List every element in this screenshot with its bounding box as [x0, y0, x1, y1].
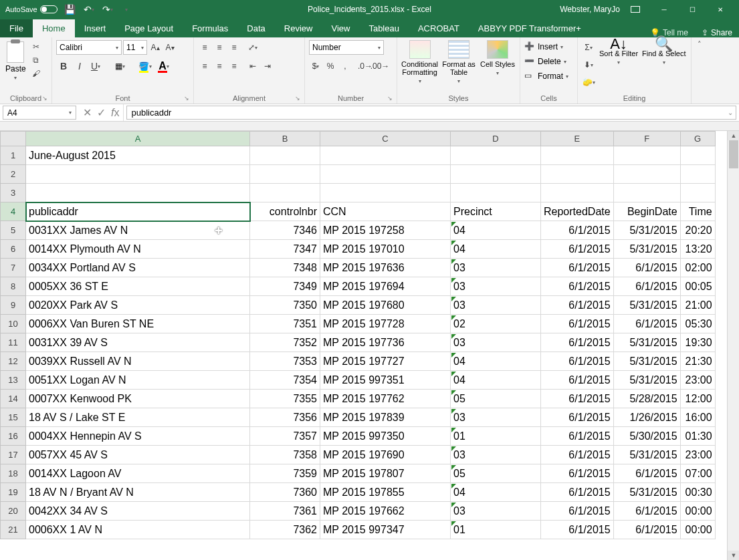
- tab-insert[interactable]: Insert: [75, 19, 116, 37]
- enter-formula-icon[interactable]: ✓: [97, 106, 106, 119]
- row-header[interactable]: 20: [1, 502, 26, 521]
- cell[interactable]: 5/31/2015: [613, 371, 680, 390]
- cell[interactable]: [613, 184, 680, 202]
- cell[interactable]: 7352: [250, 333, 320, 352]
- cell[interactable]: MP 2015 997350: [320, 427, 451, 446]
- row-header[interactable]: 4: [1, 202, 26, 221]
- column-header[interactable]: D: [451, 132, 541, 146]
- cell[interactable]: 02: [451, 315, 541, 333]
- cell[interactable]: CCN: [320, 202, 451, 221]
- cell[interactable]: 23:00: [680, 371, 715, 390]
- cell[interactable]: 04: [451, 483, 541, 502]
- number-format-select[interactable]: Number▾: [309, 40, 384, 55]
- cell[interactable]: 03: [451, 296, 541, 315]
- row-header[interactable]: 9: [1, 296, 26, 315]
- column-header[interactable]: C: [320, 132, 451, 146]
- cell[interactable]: 6/1/2015: [541, 315, 614, 333]
- redo-icon[interactable]: ↷▾: [102, 3, 114, 15]
- cell[interactable]: MP 2015 197636: [320, 259, 451, 277]
- fill-icon[interactable]: ⬇▾: [582, 57, 595, 72]
- cell[interactable]: 03: [451, 333, 541, 352]
- copy-icon[interactable]: ⧉: [30, 55, 42, 65]
- cell[interactable]: [451, 146, 541, 165]
- cell[interactable]: MP 2015 197855: [320, 483, 451, 502]
- fx-icon[interactable]: fx: [111, 107, 119, 119]
- cell-styles-button[interactable]: Cell Styles▾: [480, 40, 516, 86]
- fill-color-button[interactable]: 🪣▾: [136, 59, 154, 74]
- cell[interactable]: 0006XX 1 AV N: [26, 521, 250, 539]
- clear-icon[interactable]: 🧽▾: [582, 75, 595, 90]
- align-bottom-icon[interactable]: ≡: [227, 40, 241, 55]
- sort-filter-button[interactable]: A↓ Sort & Filter▾: [599, 40, 638, 90]
- cell[interactable]: [26, 184, 250, 202]
- undo-icon[interactable]: ↶▾: [83, 3, 95, 15]
- close-button[interactable]: ✕: [707, 0, 734, 19]
- cell[interactable]: 6/1/2015: [613, 315, 680, 333]
- cell[interactable]: BeginDate: [613, 202, 680, 221]
- insert-cells-button[interactable]: ➕Insert▾: [524, 40, 573, 53]
- cell[interactable]: 7351: [250, 315, 320, 333]
- cell[interactable]: 04: [451, 352, 541, 371]
- cell[interactable]: 18 AV N / Bryant AV N: [26, 483, 250, 502]
- cell[interactable]: 01: [451, 521, 541, 539]
- cell[interactable]: Precinct: [451, 202, 541, 221]
- row-header[interactable]: 6: [1, 240, 26, 259]
- cell[interactable]: [451, 165, 541, 184]
- cell[interactable]: [320, 146, 451, 165]
- cell[interactable]: 03: [451, 446, 541, 464]
- font-launcher-icon[interactable]: ↘: [184, 95, 189, 102]
- cell[interactable]: 20:20: [680, 221, 715, 240]
- row-header[interactable]: 21: [1, 521, 26, 539]
- cell[interactable]: 5/31/2015: [613, 352, 680, 371]
- cell[interactable]: [250, 146, 320, 165]
- align-right-icon[interactable]: ≡: [227, 59, 241, 74]
- cell[interactable]: Time: [680, 202, 715, 221]
- cell[interactable]: MP 2015 197694: [320, 277, 451, 296]
- cell[interactable]: 0004XX Hennepin AV S: [26, 427, 250, 446]
- cell[interactable]: 0034XX Portland AV S: [26, 259, 250, 277]
- cell[interactable]: 6/1/2015: [541, 240, 614, 259]
- cell[interactable]: 5/31/2015: [613, 483, 680, 502]
- cell[interactable]: 6/1/2015: [541, 408, 614, 427]
- cell[interactable]: 0006XX Van Buren ST NE: [26, 315, 250, 333]
- cell[interactable]: 0031XX James AV N✚: [26, 221, 250, 240]
- cell[interactable]: 5/28/2015: [613, 390, 680, 408]
- tab-view[interactable]: View: [322, 19, 359, 37]
- cell[interactable]: 7346: [250, 221, 320, 240]
- borders-button[interactable]: ▦▾: [110, 59, 130, 74]
- clipboard-launcher-icon[interactable]: ↘: [42, 95, 47, 102]
- cell[interactable]: 6/1/2015: [541, 502, 614, 521]
- cell[interactable]: 6/1/2015: [541, 464, 614, 483]
- cell[interactable]: MP 2015 997351: [320, 371, 451, 390]
- cell[interactable]: 0020XX Park AV S: [26, 296, 250, 315]
- cell[interactable]: 6/1/2015: [541, 521, 614, 539]
- cell[interactable]: [680, 165, 715, 184]
- cell[interactable]: 0007XX Kenwood PK: [26, 390, 250, 408]
- cell[interactable]: 5/30/2015: [613, 427, 680, 446]
- row-header[interactable]: 14: [1, 390, 26, 408]
- cell[interactable]: 7358: [250, 446, 320, 464]
- cell[interactable]: 6/1/2015: [541, 427, 614, 446]
- cell[interactable]: 7354: [250, 371, 320, 390]
- cell[interactable]: 00:05: [680, 277, 715, 296]
- cell[interactable]: 05:30: [680, 315, 715, 333]
- cell[interactable]: 03: [451, 277, 541, 296]
- cell[interactable]: 16:00: [680, 408, 715, 427]
- formula-input[interactable]: publicaddr⌄: [126, 106, 736, 120]
- cell[interactable]: 6/1/2015: [541, 333, 614, 352]
- row-header[interactable]: 18: [1, 464, 26, 483]
- paste-button[interactable]: Paste ▾: [4, 40, 27, 82]
- bold-button[interactable]: B: [56, 59, 71, 74]
- minimize-button[interactable]: ─: [651, 0, 677, 19]
- cell[interactable]: 6/1/2015: [541, 221, 614, 240]
- align-center-icon[interactable]: ≡: [213, 59, 226, 74]
- save-icon[interactable]: 💾: [64, 3, 76, 15]
- align-left-icon[interactable]: ≡: [198, 59, 211, 74]
- cell[interactable]: 0031XX 39 AV S: [26, 333, 250, 352]
- font-color-button[interactable]: A▾: [155, 59, 173, 74]
- font-name-select[interactable]: Calibri▾: [56, 40, 122, 55]
- comma-format-icon[interactable]: ,: [338, 59, 352, 74]
- tab-data[interactable]: Data: [237, 19, 274, 37]
- cell[interactable]: [680, 184, 715, 202]
- cell[interactable]: MP 2015 197736: [320, 333, 451, 352]
